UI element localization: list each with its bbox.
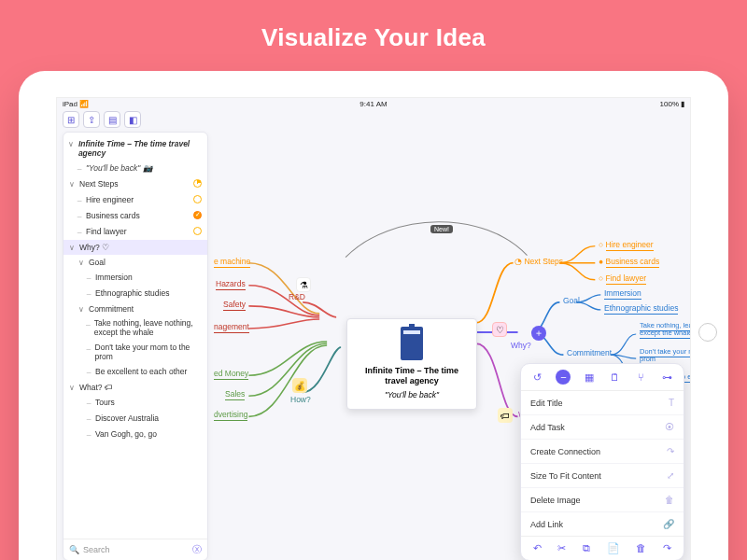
- grid-icon[interactable]: ⊞: [63, 111, 79, 128]
- paste-icon[interactable]: 📄: [607, 542, 620, 554]
- share-icon[interactable]: ⇪: [83, 111, 100, 128]
- heart-icon: ♡: [492, 322, 507, 337]
- task-status-icon[interactable]: [193, 227, 202, 237]
- outline-row[interactable]: –"You'll be back" 📷: [63, 161, 207, 176]
- node-biz[interactable]: ● Business cards: [599, 257, 659, 266]
- node-machine[interactable]: e machine: [214, 257, 250, 266]
- home-button[interactable]: [698, 323, 717, 342]
- outline-row[interactable]: ∨Goal: [63, 255, 207, 270]
- node-money[interactable]: ed Money: [214, 369, 248, 378]
- top-toolbar: ⊞ ⇪ ▤ ◧: [63, 111, 141, 128]
- note-icon[interactable]: 🗒: [608, 370, 623, 385]
- outline-row[interactable]: ∨Infinite Time – The time travel agency: [63, 136, 207, 161]
- undo2-icon[interactable]: ↶: [533, 542, 542, 554]
- filter-icon[interactable]: ⑂: [633, 370, 648, 385]
- bullet-icon: –: [77, 228, 82, 237]
- money-icon: 💰: [292, 378, 307, 393]
- outline-row[interactable]: –Ethnographic studies: [63, 286, 207, 301]
- ctx-item[interactable]: Edit TitleT: [521, 391, 684, 415]
- center-subtitle: "You'll be back": [353, 390, 471, 399]
- outline-row[interactable]: –Tours: [63, 395, 207, 411]
- outline-label: Find lawyer: [86, 227, 126, 236]
- chevron-down-icon[interactable]: ∨: [77, 259, 85, 267]
- ctx-item-label: Add Link: [530, 520, 563, 529]
- ctx-item[interactable]: Size To Fit Content⤢: [521, 464, 684, 488]
- node-hazards[interactable]: Hazards: [216, 279, 246, 288]
- node-mom[interactable]: Don't take your mom to the prom: [640, 348, 691, 364]
- outline-label: Take nothing, leave nothing, except the …: [94, 319, 202, 338]
- plus-icon[interactable]: ＋: [531, 326, 546, 341]
- node-eth[interactable]: Ethnographic studies: [604, 303, 678, 313]
- ctx-item[interactable]: Add Link🔗: [521, 512, 684, 536]
- trash-icon[interactable]: 🗑: [636, 542, 646, 554]
- task-status-icon[interactable]: [193, 211, 202, 221]
- chevron-down-icon[interactable]: ∨: [67, 244, 76, 252]
- center-title: Infinite Time – The time travel agency: [353, 366, 471, 386]
- outline-row[interactable]: –Find lawyer: [63, 224, 207, 240]
- ctx-bottom-row: ↶ ✂ ⧉ 📄 🗑 ↷: [521, 536, 684, 560]
- outline-row[interactable]: –Hire engineer: [63, 192, 207, 208]
- chevron-down-icon[interactable]: ∨: [67, 140, 75, 148]
- outline-row[interactable]: –Take nothing, leave nothing, except the…: [63, 316, 207, 341]
- bullet-icon: –: [86, 430, 92, 440]
- node-hire[interactable]: ○ Hire engineer: [599, 240, 654, 249]
- link-icon[interactable]: ⊶: [659, 370, 674, 385]
- copy-icon[interactable]: ⧉: [583, 542, 590, 554]
- outline-label: Van Gogh, go, go: [95, 429, 157, 439]
- cut-icon[interactable]: ✂: [557, 542, 566, 554]
- node-why[interactable]: Why?: [511, 341, 531, 350]
- bullet-icon: –: [86, 414, 92, 424]
- outline-label: Commitment: [89, 304, 134, 314]
- node-commit[interactable]: Commitment: [567, 348, 612, 357]
- bullet-icon: –: [77, 164, 82, 174]
- node-sales[interactable]: Sales: [225, 389, 245, 399]
- outline-row[interactable]: –Be excellent to each other: [63, 364, 207, 380]
- ctx-item-icon: 🔗: [663, 519, 674, 529]
- undo-icon[interactable]: ↺: [530, 370, 545, 385]
- outline-list[interactable]: ∨Infinite Time – The time travel agency–…: [63, 133, 207, 539]
- outline-row[interactable]: –Van Gogh, go, go: [63, 427, 207, 442]
- node-safety[interactable]: Safety: [223, 300, 246, 309]
- outline-row[interactable]: ∨Commitment: [63, 301, 207, 316]
- outline-row[interactable]: –Immersion: [63, 270, 207, 286]
- node-adv[interactable]: dvertising: [214, 410, 247, 419]
- outline-label: Why? ♡: [79, 243, 109, 252]
- chevron-down-icon[interactable]: ∨: [77, 305, 85, 314]
- ctx-item[interactable]: Delete Image🗑: [521, 488, 684, 512]
- search-bar[interactable]: 🔍 Search ⓧ: [63, 539, 207, 560]
- badge-new: New!: [430, 225, 453, 233]
- node-how[interactable]: How?: [290, 395, 311, 404]
- task-status-icon[interactable]: [193, 195, 202, 205]
- outline-row[interactable]: –Discover Australia: [63, 411, 207, 427]
- chevron-down-icon[interactable]: ∨: [67, 180, 76, 189]
- chevron-down-icon[interactable]: ∨: [67, 384, 76, 392]
- outline-row[interactable]: ∨Next Steps: [63, 176, 207, 192]
- outline-row[interactable]: –Don't take your mom to the prom: [63, 341, 207, 365]
- node-imm[interactable]: Immersion: [604, 288, 641, 298]
- redo-icon[interactable]: ↷: [663, 542, 671, 554]
- image-icon[interactable]: ▦: [582, 370, 597, 385]
- task-status-icon[interactable]: [193, 179, 202, 189]
- panel-icon[interactable]: ◧: [124, 111, 141, 128]
- node-goal[interactable]: Goal: [563, 296, 580, 305]
- outline-label: Tours: [95, 398, 115, 407]
- node-take[interactable]: Take nothing, leave nothing, except the …: [640, 322, 691, 338]
- node-nextsteps[interactable]: ◔ Next Steps: [514, 257, 563, 266]
- ctx-item-label: Delete Image: [530, 496, 581, 505]
- outline-label: Don't take your mom to the prom: [95, 343, 202, 362]
- ctx-item[interactable]: Add Task⦿: [521, 415, 684, 440]
- node-mgmt[interactable]: nagement: [214, 322, 249, 331]
- node-rd[interactable]: R&D: [289, 292, 305, 301]
- outline-row[interactable]: –Business cards: [63, 208, 207, 224]
- center-node[interactable]: Infinite Time – The time travel agency "…: [346, 318, 477, 410]
- clear-icon[interactable]: ⓧ: [192, 543, 202, 556]
- minus-icon[interactable]: −: [556, 370, 571, 385]
- outline-label: Goal: [89, 258, 106, 267]
- outline-row[interactable]: ∨Why? ♡: [63, 240, 207, 255]
- view-icon[interactable]: ▤: [104, 111, 120, 128]
- outline-row[interactable]: ∨What? 🏷: [63, 380, 207, 395]
- ctx-item[interactable]: Create Connection↷: [521, 440, 684, 464]
- search-placeholder: Search: [83, 545, 110, 554]
- node-law[interactable]: ○ Find lawyer: [599, 273, 646, 283]
- battery-icon: [679, 100, 684, 108]
